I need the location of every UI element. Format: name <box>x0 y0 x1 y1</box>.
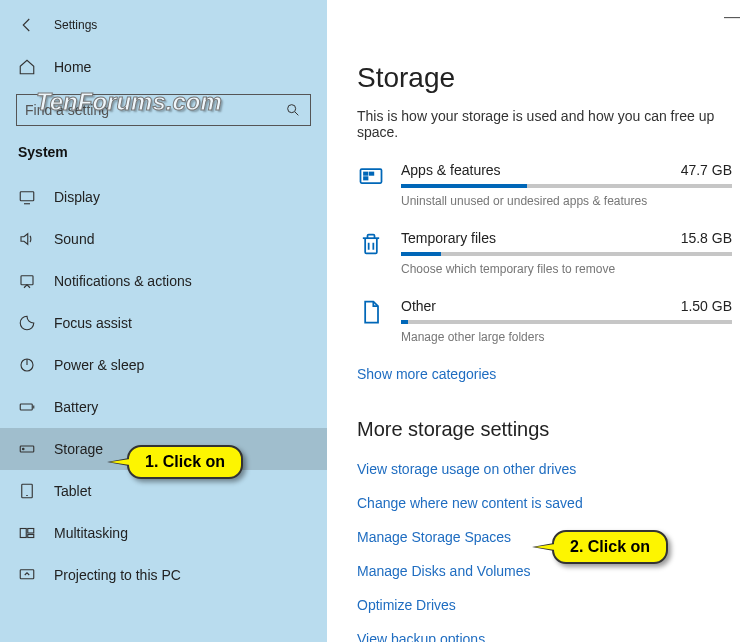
storage-item-desc: Manage other large folders <box>401 330 732 344</box>
tablet-icon <box>18 482 36 500</box>
sidebar-item-label: Notifications & actions <box>54 273 192 289</box>
sidebar-item-label: Projecting to this PC <box>54 567 181 583</box>
sidebar-item-label: Tablet <box>54 483 91 499</box>
callout-1-text: 1. Click on <box>145 453 225 470</box>
storage-bar <box>401 184 732 188</box>
link-change-save-location[interactable]: Change where new content is saved <box>357 495 732 511</box>
notifications-icon <box>18 272 36 290</box>
svg-rect-2 <box>21 276 33 285</box>
storage-bar <box>401 320 732 324</box>
sidebar-item-label: Battery <box>54 399 98 415</box>
storage-item-desc: Choose which temporary files to remove <box>401 262 732 276</box>
sidebar-item-label: Multitasking <box>54 525 128 541</box>
home-icon <box>18 58 36 76</box>
apps-icon <box>357 162 385 190</box>
link-manage-disks-volumes[interactable]: Manage Disks and Volumes <box>357 563 732 579</box>
trash-icon <box>357 230 385 258</box>
sidebar-item-battery[interactable]: Battery <box>0 386 327 428</box>
window-title: Settings <box>54 18 97 32</box>
storage-item-name: Temporary files <box>401 230 496 246</box>
link-view-backup-options[interactable]: View backup options <box>357 631 732 642</box>
search-icon <box>284 101 302 119</box>
storage-icon <box>18 440 36 458</box>
page-title: Storage <box>357 62 732 94</box>
sidebar-item-display[interactable]: Display <box>0 176 327 218</box>
storage-bar <box>401 252 732 256</box>
battery-icon <box>18 398 36 416</box>
power-icon <box>18 356 36 374</box>
svg-rect-4 <box>20 404 32 410</box>
home-label: Home <box>54 59 91 75</box>
callout-1: 1. Click on <box>127 445 243 479</box>
svg-rect-13 <box>364 173 368 175</box>
svg-rect-11 <box>20 570 34 579</box>
svg-rect-12 <box>361 169 382 183</box>
callout-2: 2. Click on <box>552 530 668 564</box>
sidebar-item-multitasking[interactable]: Multitasking <box>0 512 327 554</box>
multitasking-icon <box>18 524 36 542</box>
sidebar-item-label: Display <box>54 189 100 205</box>
display-icon <box>18 188 36 206</box>
storage-item-name: Other <box>401 298 436 314</box>
search-input-container[interactable] <box>16 94 311 126</box>
sidebar-item-projecting[interactable]: Projecting to this PC <box>0 554 327 596</box>
svg-point-6 <box>23 448 25 450</box>
svg-rect-1 <box>20 192 34 201</box>
storage-item-temp[interactable]: Temporary files15.8 GB Choose which temp… <box>357 230 732 276</box>
search-input[interactable] <box>25 102 265 118</box>
callout-2-text: 2. Click on <box>570 538 650 555</box>
link-view-storage-usage[interactable]: View storage usage on other drives <box>357 461 732 477</box>
sidebar-item-label: Sound <box>54 231 94 247</box>
storage-item-size: 1.50 GB <box>681 298 732 314</box>
minimize-icon[interactable]: — <box>724 8 740 26</box>
projecting-icon <box>18 566 36 584</box>
storage-item-size: 47.7 GB <box>681 162 732 178</box>
show-more-link[interactable]: Show more categories <box>357 366 732 382</box>
sound-icon <box>18 230 36 248</box>
sidebar-item-label: Focus assist <box>54 315 132 331</box>
page-subtitle: This is how your storage is used and how… <box>357 108 732 140</box>
storage-item-size: 15.8 GB <box>681 230 732 246</box>
svg-rect-15 <box>370 173 374 175</box>
svg-rect-14 <box>364 177 368 179</box>
link-optimize-drives[interactable]: Optimize Drives <box>357 597 732 613</box>
other-icon <box>357 298 385 326</box>
svg-rect-8 <box>20 529 26 538</box>
category-label: System <box>0 126 327 176</box>
more-settings-title: More storage settings <box>357 418 732 441</box>
sidebar-home[interactable]: Home <box>0 48 327 86</box>
svg-point-0 <box>288 105 296 113</box>
focus-assist-icon <box>18 314 36 332</box>
storage-item-other[interactable]: Other1.50 GB Manage other large folders <box>357 298 732 344</box>
storage-item-apps[interactable]: Apps & features47.7 GB Uninstall unused … <box>357 162 732 208</box>
sidebar-item-sound[interactable]: Sound <box>0 218 327 260</box>
svg-rect-10 <box>28 535 34 538</box>
sidebar-item-focus-assist[interactable]: Focus assist <box>0 302 327 344</box>
sidebar-item-label: Storage <box>54 441 103 457</box>
svg-rect-9 <box>28 529 34 534</box>
sidebar-item-power-sleep[interactable]: Power & sleep <box>0 344 327 386</box>
sidebar: Settings Home System Display Sound Notif… <box>0 0 327 642</box>
storage-item-desc: Uninstall unused or undesired apps & fea… <box>401 194 732 208</box>
sidebar-item-label: Power & sleep <box>54 357 144 373</box>
storage-item-name: Apps & features <box>401 162 501 178</box>
back-icon[interactable] <box>18 16 36 34</box>
sidebar-item-notifications[interactable]: Notifications & actions <box>0 260 327 302</box>
